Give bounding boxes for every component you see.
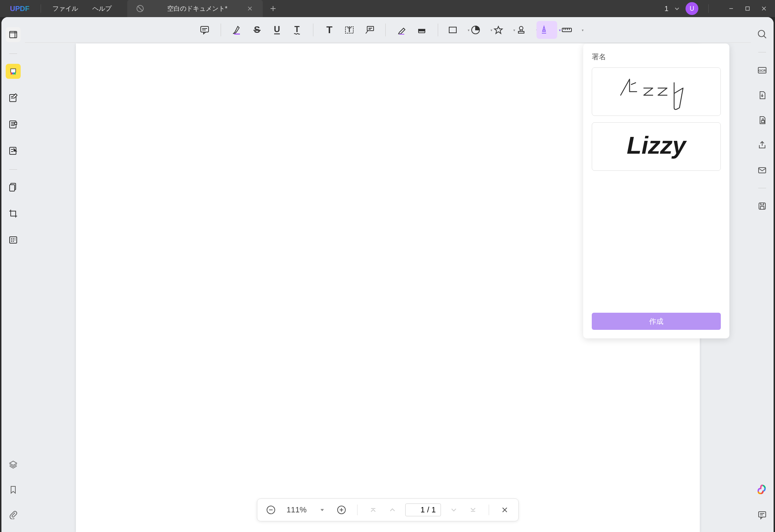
text-button[interactable]: T bbox=[320, 21, 338, 39]
svg-text:T: T bbox=[294, 24, 300, 34]
svg-rect-42 bbox=[761, 203, 764, 205]
form-tool[interactable] bbox=[6, 143, 21, 158]
canvas-area[interactable]: 署名 Lizzy 作成 111% bbox=[25, 43, 751, 532]
zoom-in-button[interactable] bbox=[335, 503, 348, 516]
prev-page-button[interactable] bbox=[386, 503, 399, 516]
share-button[interactable] bbox=[755, 138, 769, 152]
comment-tool[interactable] bbox=[6, 64, 21, 79]
underline-button[interactable]: U bbox=[268, 21, 286, 39]
svg-rect-1 bbox=[746, 7, 749, 10]
svg-rect-8 bbox=[15, 122, 17, 124]
current-page-input[interactable] bbox=[411, 505, 425, 515]
svg-rect-27 bbox=[449, 27, 456, 33]
separator bbox=[9, 53, 17, 54]
right-sidebar: OCR bbox=[751, 17, 774, 532]
convert-button[interactable] bbox=[755, 88, 769, 102]
pencil-button[interactable] bbox=[393, 21, 411, 39]
left-sidebar bbox=[1, 17, 25, 532]
svg-rect-26 bbox=[419, 29, 425, 31]
svg-text:U: U bbox=[274, 24, 280, 34]
menu-help[interactable]: ヘルプ bbox=[85, 4, 119, 13]
save-button[interactable] bbox=[755, 199, 769, 213]
svg-text:T: T bbox=[326, 25, 332, 35]
separator bbox=[9, 169, 17, 170]
user-avatar[interactable]: U bbox=[686, 2, 698, 15]
crop-tool[interactable] bbox=[6, 206, 21, 221]
eraser-button[interactable] bbox=[413, 21, 431, 39]
signature-item-1[interactable] bbox=[592, 67, 721, 116]
zoom-dropdown-button[interactable] bbox=[316, 503, 329, 516]
svg-rect-44 bbox=[759, 512, 766, 517]
layers-tool[interactable] bbox=[6, 457, 21, 472]
svg-rect-13 bbox=[201, 26, 209, 32]
svg-text:S: S bbox=[254, 24, 260, 35]
minimize-button[interactable] bbox=[723, 0, 739, 17]
callout-button[interactable] bbox=[360, 21, 378, 39]
close-button[interactable] bbox=[756, 0, 772, 17]
note-button[interactable] bbox=[196, 21, 214, 39]
highlight-button[interactable] bbox=[228, 21, 246, 39]
textbox-button[interactable]: T bbox=[340, 21, 358, 39]
maximize-button[interactable] bbox=[739, 0, 756, 17]
close-nav-button[interactable] bbox=[498, 503, 511, 516]
edit-tool[interactable] bbox=[6, 90, 21, 105]
svg-rect-39 bbox=[761, 121, 764, 123]
svg-text:T: T bbox=[348, 26, 351, 34]
redact-tool[interactable] bbox=[6, 232, 21, 247]
main-area: S U T T T bbox=[25, 17, 751, 532]
strikethrough-button[interactable]: S bbox=[248, 21, 266, 39]
stamp-button[interactable]: ▾ bbox=[491, 21, 512, 39]
ai-button[interactable] bbox=[755, 483, 769, 497]
zoom-value: 111% bbox=[284, 505, 309, 515]
signature-panel-title: 署名 bbox=[592, 52, 721, 62]
tab-close-button[interactable] bbox=[244, 6, 256, 11]
svg-rect-24 bbox=[399, 34, 404, 35]
window-dropdown-icon[interactable] bbox=[674, 6, 680, 11]
protect-button[interactable] bbox=[755, 113, 769, 127]
svg-rect-30 bbox=[518, 31, 524, 33]
ocr-button[interactable]: OCR bbox=[755, 63, 769, 77]
attachment-tool[interactable] bbox=[6, 507, 21, 522]
organize-tool[interactable] bbox=[6, 117, 21, 132]
svg-rect-3 bbox=[11, 72, 12, 75]
svg-rect-11 bbox=[10, 185, 15, 191]
tab-add-button[interactable] bbox=[263, 5, 283, 12]
dropdown-caret-icon: ▾ bbox=[582, 28, 584, 32]
app-logo: UPDF bbox=[3, 5, 36, 13]
email-button[interactable] bbox=[755, 163, 769, 177]
zoom-out-button[interactable] bbox=[265, 503, 277, 516]
reader-tool[interactable] bbox=[6, 27, 21, 42]
last-page-button[interactable] bbox=[467, 503, 479, 516]
svg-text:OCR: OCR bbox=[759, 69, 766, 72]
squiggly-button[interactable]: T bbox=[288, 21, 306, 39]
search-button[interactable] bbox=[755, 27, 769, 41]
svg-point-29 bbox=[519, 26, 523, 30]
svg-rect-40 bbox=[759, 168, 766, 173]
total-pages: 1 bbox=[431, 505, 436, 514]
svg-rect-2 bbox=[10, 31, 17, 38]
comments-panel-button[interactable] bbox=[755, 508, 769, 522]
document-tab[interactable]: 空白のドキュメント* bbox=[127, 0, 263, 17]
svg-rect-5 bbox=[14, 72, 16, 75]
menu-file[interactable]: ファイル bbox=[45, 4, 85, 13]
window-count[interactable]: 1 bbox=[664, 5, 668, 13]
first-page-button[interactable] bbox=[367, 503, 380, 516]
rectangle-button[interactable]: ▾ bbox=[445, 21, 466, 39]
measure-button[interactable]: ▾ bbox=[559, 21, 580, 39]
signature-button[interactable]: ▾ bbox=[537, 21, 557, 39]
sticker-button[interactable]: ▾ bbox=[468, 21, 489, 39]
svg-rect-43 bbox=[760, 206, 764, 209]
next-page-button[interactable] bbox=[447, 503, 460, 516]
bookmark-tool[interactable] bbox=[6, 482, 21, 497]
page-input-group: / 1 bbox=[405, 503, 441, 516]
page-navigation-bar: 111% / 1 bbox=[257, 498, 519, 521]
signature-item-2[interactable]: Lizzy bbox=[592, 122, 721, 171]
page-tool[interactable] bbox=[6, 180, 21, 195]
workspace: S U T T T bbox=[1, 17, 774, 532]
svg-rect-32 bbox=[562, 28, 571, 32]
stamp2-button[interactable]: ▾ bbox=[514, 21, 534, 39]
svg-rect-31 bbox=[542, 33, 546, 34]
annotation-toolbar: S U T T T bbox=[25, 17, 751, 43]
svg-rect-14 bbox=[234, 34, 240, 35]
create-signature-button[interactable]: 作成 bbox=[592, 313, 721, 330]
